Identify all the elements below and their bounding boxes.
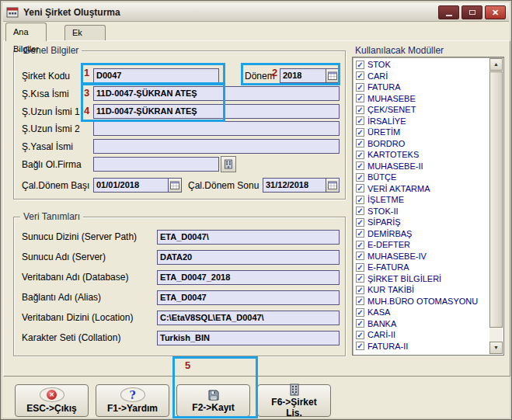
module-item[interactable]: ✓ŞİRKET BİLGİLERİ xyxy=(354,273,489,285)
checkbox-checked-icon[interactable]: ✓ xyxy=(356,331,364,339)
checkbox-checked-icon[interactable]: ✓ xyxy=(356,207,364,215)
veri-value-field[interactable]: C:\EtaV8SQL\ETA_D0047\ xyxy=(157,311,340,325)
module-item[interactable]: ✓FATURA xyxy=(354,82,489,93)
f1-help-button[interactable]: ? F1->Yardım xyxy=(96,384,169,417)
checkbox-checked-icon[interactable]: ✓ xyxy=(356,297,364,305)
help-oval: ? xyxy=(120,387,145,402)
veri-value-field[interactable]: Turkish_BIN xyxy=(157,331,340,345)
checkbox-checked-icon[interactable]: ✓ xyxy=(356,83,364,92)
titlebar[interactable]: Yeni Şirket Oluşturma ✕ xyxy=(3,3,509,22)
f6-company-list-button[interactable]: F6->Şirket Lis. xyxy=(257,384,331,417)
checkbox-checked-icon[interactable]: ✓ xyxy=(356,139,364,148)
module-item[interactable]: ✓KASA xyxy=(354,307,489,318)
module-item[interactable]: ✓CARİ xyxy=(354,71,489,82)
module-item[interactable]: ✓İRSALİYE xyxy=(354,116,489,127)
checkbox-checked-icon[interactable]: ✓ xyxy=(356,241,364,249)
module-item-label: FATURA-II xyxy=(367,342,408,351)
module-item[interactable]: ✓CARİ-II xyxy=(354,329,489,341)
checkbox-checked-icon[interactable]: ✓ xyxy=(356,263,364,272)
checkbox-checked-icon[interactable]: ✓ xyxy=(356,71,364,80)
module-item[interactable]: ✓VERİ AKTARMA xyxy=(354,183,489,195)
checkbox-checked-icon[interactable]: ✓ xyxy=(356,151,364,159)
checkbox-checked-icon[interactable]: ✓ xyxy=(356,286,364,294)
scrollbar-thumb[interactable] xyxy=(489,71,503,328)
module-item-label: BORDRO xyxy=(367,139,405,148)
module-item[interactable]: ✓ÇEK/SENET xyxy=(354,104,489,116)
checkbox-checked-icon[interactable]: ✓ xyxy=(356,61,364,69)
checkbox-checked-icon[interactable]: ✓ xyxy=(356,319,364,328)
checkbox-checked-icon[interactable]: ✓ xyxy=(356,116,364,125)
donem-field[interactable]: 2018 xyxy=(280,68,340,83)
veri-field-label: Veritabanı Adı (Database) xyxy=(22,272,157,283)
checkbox-checked-icon[interactable]: ✓ xyxy=(356,308,364,317)
checkbox-checked-icon[interactable]: ✓ xyxy=(356,196,364,204)
donem-calendar-button[interactable] xyxy=(326,69,339,82)
checkbox-checked-icon[interactable]: ✓ xyxy=(356,252,364,260)
checkbox-checked-icon[interactable]: ✓ xyxy=(356,161,364,170)
module-item[interactable]: ✓BÜTÇE xyxy=(354,172,489,183)
module-item[interactable]: ✓ÜRETİM xyxy=(354,127,489,138)
checkbox-checked-icon[interactable]: ✓ xyxy=(356,106,364,114)
module-item[interactable]: ✓MUHASEBE-IV xyxy=(354,251,489,262)
maximize-button[interactable] xyxy=(461,5,482,19)
module-item[interactable]: ✓FATURA-II xyxy=(354,341,489,352)
checkbox-checked-icon[interactable]: ✓ xyxy=(356,218,364,227)
tab-ek-bilgiler[interactable]: Ek Bilgiler xyxy=(64,25,106,40)
checkbox-checked-icon[interactable]: ✓ xyxy=(356,128,364,137)
veri-row: Karakter Seti (Collation)Turkish_BIN xyxy=(22,328,340,348)
scroll-up-button[interactable]: ▲ xyxy=(489,58,503,71)
veri-row: Sunucu Dizini (Server Path)ETA_D0047\ xyxy=(22,227,340,247)
module-item[interactable]: ✓E-FATURA xyxy=(354,262,489,273)
module-item[interactable]: ✓BORDRO xyxy=(354,138,489,150)
module-item[interactable]: ✓E-DEFTER xyxy=(354,239,489,251)
module-item[interactable]: ✓MUHASEBE-II xyxy=(354,161,489,172)
minimize-button[interactable] xyxy=(438,5,459,19)
module-item-label: MUHASEBE-II xyxy=(367,161,423,171)
bagli-firma-field[interactable] xyxy=(93,157,219,172)
checkbox-checked-icon[interactable]: ✓ xyxy=(356,229,364,238)
calendar-icon xyxy=(170,181,179,189)
module-item[interactable]: ✓KARTOTEKS xyxy=(354,149,489,161)
module-item-label: MUHASEBE xyxy=(367,94,416,103)
close-button[interactable]: ✕ xyxy=(485,5,506,19)
module-item[interactable]: ✓İŞLETME xyxy=(354,194,489,206)
module-item[interactable]: ✓STOK-II xyxy=(354,206,489,217)
veri-value-field[interactable]: DATA20 xyxy=(157,250,340,265)
checkbox-checked-icon[interactable]: ✓ xyxy=(356,94,364,102)
scroll-down-button[interactable]: ▼ xyxy=(489,342,503,354)
module-list-scrollbar[interactable]: ▲ ▼ xyxy=(489,58,503,354)
checkbox-checked-icon[interactable]: ✓ xyxy=(356,274,364,283)
veri-value-field[interactable]: ETA_D0047 xyxy=(157,290,340,305)
module-item-label: ÇEK/SENET xyxy=(367,105,416,114)
module-item[interactable]: ✓KUR TAKİBİ xyxy=(354,284,489,296)
f2-save-label: F2->Kayıt xyxy=(192,402,234,413)
sirket-kodu-field[interactable]: D0047 xyxy=(93,68,219,83)
checkbox-checked-icon[interactable]: ✓ xyxy=(356,173,364,182)
module-item[interactable]: ✓SİPARİŞ xyxy=(354,217,489,228)
module-item[interactable]: ✓BANKA xyxy=(354,318,489,330)
uzun-ismi-2-field[interactable] xyxy=(93,121,340,136)
sirket-kodu-label: Şirket Kodu xyxy=(22,71,70,82)
module-item[interactable]: ✓STOK xyxy=(354,59,489,71)
module-item-label: ÜRETİM xyxy=(367,127,400,137)
donem-basi-calendar-button[interactable] xyxy=(168,179,181,192)
module-list-box[interactable]: ✓STOK✓CARİ✓FATURA✓MUHASEBE✓ÇEK/SENET✓İRS… xyxy=(352,57,504,356)
donem-basi-field[interactable]: 01/01/2018 xyxy=(93,178,182,193)
yasal-ismi-field[interactable] xyxy=(93,139,340,154)
veri-value-field[interactable]: ETA_D0047\ xyxy=(157,230,340,245)
veri-value-field[interactable]: ETA_D0047_2018 xyxy=(157,270,340,285)
checkbox-checked-icon[interactable]: ✓ xyxy=(356,342,364,350)
module-item-label: E-DEFTER xyxy=(367,240,410,249)
donem-sonu-calendar-button[interactable] xyxy=(326,179,339,192)
donem-sonu-field[interactable]: 31/12/2018 xyxy=(263,178,340,193)
esc-exit-button[interactable]: ✕ ESC->Çıkış xyxy=(15,384,89,417)
tab-ana-bilgiler[interactable]: Ana Bilgiler xyxy=(5,23,47,41)
checkbox-checked-icon[interactable]: ✓ xyxy=(356,184,364,193)
kisa-ismi-field[interactable]: 11D-0047-ŞÜKRAN ATEŞ xyxy=(93,86,340,101)
uzun-ismi-1-field[interactable]: 11D-0047-ŞÜKRAN ATEŞ xyxy=(93,104,340,119)
f2-save-button[interactable]: F2->Kayıt xyxy=(176,384,250,417)
firma-lookup-button[interactable] xyxy=(221,156,236,172)
module-item[interactable]: ✓MUH.BÜRO OTOMASYONU xyxy=(354,296,489,307)
module-item[interactable]: ✓MUHASEBE xyxy=(354,93,489,105)
module-item[interactable]: ✓DEMİRBAŞ xyxy=(354,228,489,240)
